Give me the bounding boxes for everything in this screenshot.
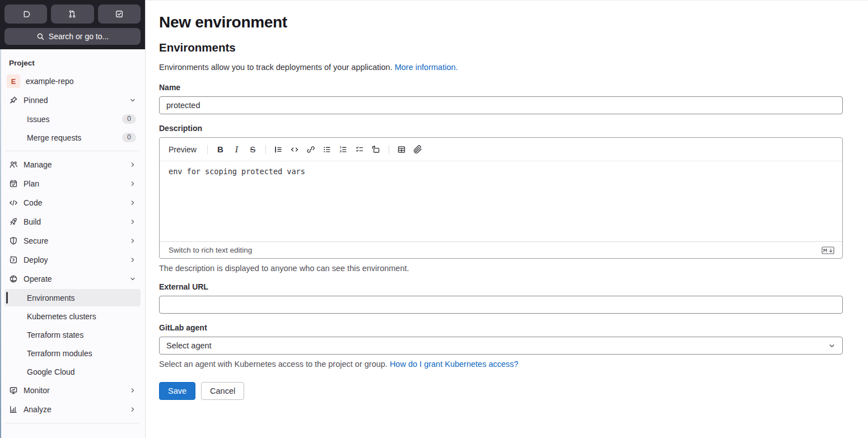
search-icon (36, 32, 45, 41)
svg-text:2: 2 (340, 150, 342, 153)
gitlab-agent-label: GitLab agent (159, 323, 843, 332)
external-url-input[interactable] (159, 296, 843, 314)
preview-tab[interactable]: Preview (165, 143, 202, 156)
chevron-right-icon (129, 218, 136, 225)
project-name: example-repo (26, 77, 136, 86)
bullet-list-button[interactable] (320, 142, 335, 157)
issues-shortcut-button[interactable] (4, 4, 47, 24)
toolbar-divider (389, 145, 389, 154)
description-help-text: The description is displayed to anyone w… (159, 264, 843, 273)
chevron-right-icon (129, 237, 136, 244)
issues-count-badge: 0 (122, 114, 136, 124)
markdown-editor: Preview B I S 12 (159, 137, 843, 259)
svg-text:1: 1 (340, 146, 342, 149)
more-information-link[interactable]: More information. (395, 63, 458, 72)
table-button[interactable] (394, 142, 409, 157)
sidebar-divider (6, 151, 139, 151)
sidebar-divider (6, 423, 139, 423)
kubernetes-access-link[interactable]: How do I grant Kubernetes access? (390, 360, 519, 369)
sidebar-item-analyze[interactable]: Analyze (4, 400, 141, 418)
agent-form-group: GitLab agent Select agent Select an agen… (159, 323, 843, 369)
description-form-group: Description Preview B I S (159, 124, 843, 273)
chevron-right-icon (129, 406, 136, 413)
collapsible-section-button[interactable] (368, 142, 384, 157)
chevron-right-icon (129, 161, 136, 168)
markdown-toolbar: Preview B I S 12 (160, 138, 842, 161)
sidebar-item-deploy[interactable]: Deploy (4, 251, 141, 269)
sidebar-item-google-cloud[interactable]: Google Cloud (4, 363, 141, 380)
chevron-right-icon (129, 180, 136, 187)
agent-select[interactable]: Select agent (159, 337, 843, 355)
sidebar-item-environments[interactable]: Environments (4, 289, 141, 306)
form-actions: Save Cancel (159, 382, 843, 400)
sidebar-item-operate[interactable]: Operate (4, 270, 141, 288)
rocket-icon (9, 217, 18, 226)
sidebar-item-pinned[interactable]: Pinned (4, 91, 141, 109)
super-sidebar: Search or go to... Project E example-rep… (0, 0, 146, 438)
save-button[interactable]: Save (159, 382, 195, 400)
sidebar-item-kubernetes-clusters[interactable]: Kubernetes clusters (4, 307, 141, 325)
markdown-icon[interactable] (822, 246, 834, 254)
sidebar-item-manage[interactable]: Manage (4, 156, 141, 174)
users-icon (9, 160, 18, 169)
chevron-right-icon (129, 257, 136, 263)
sidebar-item-terraform-states[interactable]: Terraform states (4, 326, 141, 343)
sidebar-item-code[interactable]: Code (4, 194, 141, 212)
chevron-down-icon (129, 276, 136, 282)
sidebar-item-plan[interactable]: Plan (4, 175, 141, 193)
toolbar-divider (207, 145, 208, 154)
paperclip-button[interactable] (410, 142, 426, 157)
deploy-icon (9, 255, 18, 264)
editor-footer: Switch to rich text editing (160, 241, 842, 258)
chevron-right-icon (129, 199, 136, 206)
sidebar-item-terraform-modules[interactable]: Terraform modules (4, 344, 141, 362)
sidebar-item-secure[interactable]: Secure (4, 232, 141, 250)
sidebar-item-issues[interactable]: Issues 0 (4, 110, 141, 128)
merge-requests-count-badge: 0 (122, 133, 136, 142)
strikethrough-button[interactable]: S (245, 142, 260, 157)
task-list-button[interactable] (352, 142, 367, 157)
name-form-group: Name (159, 83, 843, 114)
toolbar-divider (265, 145, 266, 154)
sidebar-nav: Project E example-repo Pinned Issues 0 M… (0, 49, 145, 438)
project-section-label: Project (0, 52, 145, 71)
sidebar-item-merge-requests[interactable]: Merge requests 0 (4, 129, 141, 146)
sidebar-item-project[interactable]: E example-repo (4, 72, 141, 90)
todo-shortcut-button[interactable] (98, 4, 141, 24)
code-button[interactable] (287, 142, 302, 157)
merge-request-icon (68, 10, 77, 18)
pin-icon (9, 96, 18, 105)
search-button[interactable]: Search or go to... (4, 28, 141, 45)
chevron-down-icon (828, 342, 836, 350)
sidebar-item-monitor[interactable]: Monitor (4, 381, 141, 399)
quote-button[interactable] (271, 142, 286, 157)
page-title: New environment (159, 13, 843, 31)
link-button[interactable] (304, 142, 319, 157)
shield-icon (9, 236, 18, 245)
description-textarea[interactable]: env for scoping protected vars (160, 161, 842, 241)
name-label: Name (159, 83, 843, 92)
bold-button[interactable]: B (213, 142, 228, 157)
numbered-list-button[interactable]: 12 (336, 142, 351, 157)
agent-select-value: Select agent (166, 341, 212, 350)
name-input[interactable] (159, 96, 843, 114)
window-edge (0, 49, 1, 438)
intro-text: Environments allow you to track deployme… (159, 63, 843, 72)
description-label: Description (159, 124, 843, 133)
section-title: Environments (159, 41, 843, 54)
main-content: New environment Environments Environment… (146, 0, 868, 438)
external-url-form-group: External URL (159, 282, 843, 314)
sidebar-header: Search or go to... (0, 0, 145, 49)
issues-icon (21, 10, 30, 18)
sidebar-item-build[interactable]: Build (4, 213, 141, 231)
chart-icon (9, 405, 18, 414)
chevron-right-icon (129, 387, 136, 394)
external-url-label: External URL (159, 282, 843, 291)
cancel-button[interactable]: Cancel (201, 382, 244, 400)
project-avatar: E (7, 74, 20, 88)
code-icon (9, 198, 18, 207)
switch-to-rich-text-link[interactable]: Switch to rich text editing (169, 246, 252, 254)
merge-requests-shortcut-button[interactable] (51, 4, 94, 24)
todo-check-icon (115, 10, 124, 18)
italic-button[interactable]: I (229, 142, 244, 157)
